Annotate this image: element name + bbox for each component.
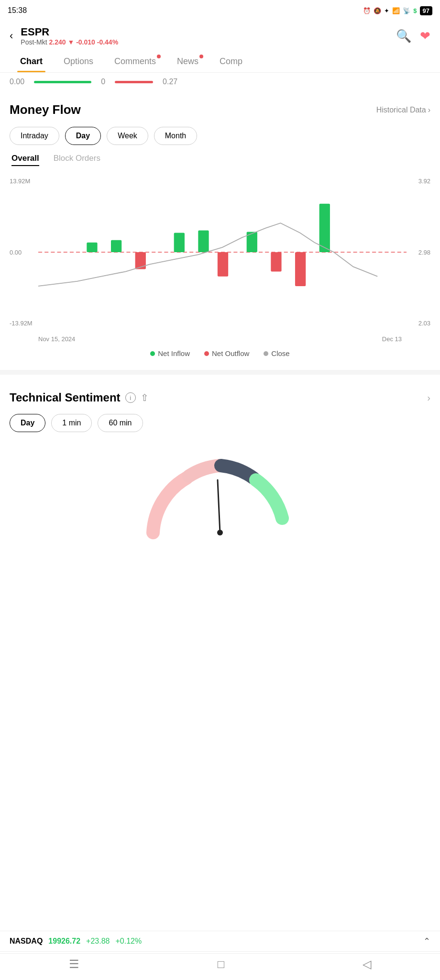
net-inflow-dot	[150, 351, 155, 356]
period-intraday[interactable]: Intraday	[10, 127, 59, 145]
svg-rect-4	[198, 230, 209, 252]
period-week[interactable]: Week	[107, 127, 148, 145]
tab-chart[interactable]: Chart	[10, 51, 53, 72]
favorite-icon[interactable]: ❤	[420, 29, 430, 44]
dollar-icon: $	[413, 7, 417, 14]
bottom-spacer	[0, 555, 440, 641]
gauge-svg	[143, 456, 297, 542]
chart-y-labels: 13.92M 0.00 -13.92M	[10, 176, 33, 329]
stock-price: 2.240 ▼ -0.010 -0.44%	[49, 38, 118, 46]
battery-indicator: 97	[420, 6, 432, 15]
technical-sentiment-header: Technical Sentiment i ⇧ ›	[10, 391, 430, 404]
menu-nav-icon[interactable]: ☰	[69, 958, 79, 971]
header-actions: 🔍 ❤	[396, 29, 430, 44]
stat-count: 0	[101, 78, 105, 86]
subtab-block-orders[interactable]: Block Orders	[54, 154, 100, 166]
money-flow-chart: 13.92M 0.00 -13.92M 3.92 2.98 2.03	[10, 176, 430, 329]
status-icons: ⏰ 🔕 ✦ 📶 📡 $ 97	[363, 6, 432, 15]
period-month[interactable]: Month	[154, 127, 197, 145]
bottom-ticker-bar: NASDAQ 19926.72 +23.88 +0.12% ⌃	[0, 931, 440, 951]
silent-icon: 🔕	[374, 7, 381, 14]
svg-rect-7	[135, 252, 146, 269]
period-day[interactable]: Day	[65, 127, 101, 145]
news-badge	[199, 55, 203, 58]
market-subtitle: Post-Mkt 2.240 ▼ -0.010 -0.44%	[21, 38, 388, 46]
tech-period-day[interactable]: Day	[10, 414, 45, 432]
legend-net-inflow: Net Inflow	[150, 349, 190, 357]
svg-rect-10	[295, 252, 306, 286]
tech-sentiment-title: Technical Sentiment	[10, 391, 121, 404]
tab-news[interactable]: News	[166, 51, 209, 72]
info-icon[interactable]: i	[125, 392, 136, 403]
tech-period-60min[interactable]: 60 min	[98, 414, 143, 432]
close-label: Close	[271, 349, 289, 357]
net-outflow-label: Net Outflow	[212, 349, 249, 357]
gauge-container	[10, 446, 430, 547]
search-icon[interactable]: 🔍	[396, 29, 411, 44]
tech-title-row: Technical Sentiment i ⇧	[10, 391, 149, 404]
technical-sentiment-section: Technical Sentiment i ⇧ › Day 1 min 60 m…	[0, 379, 440, 555]
signal-icon: 📡	[403, 7, 410, 14]
stats-bar: 0.00 0 0.27	[0, 73, 440, 91]
alarm-icon: ⏰	[363, 7, 371, 14]
stock-info: ESPR Post-Mkt 2.240 ▼ -0.010 -0.44%	[21, 26, 388, 46]
stat-value-2: 0.27	[163, 78, 177, 86]
navigation-bar: ☰ □ ◁	[0, 953, 440, 980]
share-icon[interactable]: ⇧	[141, 392, 149, 403]
net-outflow-dot	[204, 351, 209, 356]
svg-line-11	[218, 480, 220, 533]
ticker-symbol: ESPR	[21, 26, 388, 38]
chart-x-labels: Nov 15, 2024 Dec 13	[10, 334, 430, 345]
collapse-button[interactable]: ⌃	[423, 936, 430, 947]
tab-comp[interactable]: Comp	[209, 51, 253, 72]
net-inflow-label: Net Inflow	[158, 349, 190, 357]
nasdaq-price: 19926.72	[48, 937, 80, 946]
chart-svg	[10, 176, 430, 329]
tab-comments[interactable]: Comments	[104, 51, 166, 72]
nasdaq-info: NASDAQ 19926.72 +23.88 +0.12%	[10, 937, 142, 946]
svg-rect-2	[111, 240, 121, 252]
stat-bar-green	[34, 81, 91, 83]
money-flow-section: Money Flow Historical Data › Intraday Da…	[0, 91, 440, 365]
sentiment-gauge	[143, 456, 297, 542]
x-label-end: Dec 13	[382, 335, 402, 343]
svg-rect-9	[271, 252, 281, 272]
back-button[interactable]: ‹	[10, 30, 13, 42]
chart-legend: Net Inflow Net Outflow Close	[10, 349, 430, 357]
close-dot	[264, 351, 268, 356]
chart-y-right-labels: 3.92 2.98 2.03	[418, 176, 430, 329]
period-buttons: Intraday Day Week Month	[10, 127, 430, 145]
home-nav-icon[interactable]: □	[218, 958, 225, 971]
svg-rect-8	[218, 252, 228, 277]
bluetooth-icon: ✦	[384, 7, 389, 14]
money-flow-title: Money Flow	[10, 102, 81, 117]
nasdaq-change-pct: +0.12%	[115, 937, 142, 946]
section-divider	[0, 370, 440, 375]
svg-rect-1	[87, 243, 97, 252]
tab-options[interactable]: Options	[53, 51, 104, 72]
status-bar: 15:38 ⏰ 🔕 ✦ 📶 📡 $ 97	[0, 0, 440, 21]
legend-net-outflow: Net Outflow	[204, 349, 249, 357]
historical-data-link[interactable]: Historical Data ›	[376, 106, 430, 114]
subtab-overall[interactable]: Overall	[11, 154, 39, 166]
svg-rect-3	[174, 233, 185, 252]
comments-badge	[157, 55, 161, 58]
nasdaq-change: +23.88	[86, 937, 110, 946]
x-label-start: Nov 15, 2024	[38, 335, 75, 343]
expand-icon[interactable]: ›	[427, 392, 430, 403]
money-flow-header: Money Flow Historical Data ›	[10, 102, 430, 117]
stat-bar-red	[115, 81, 153, 83]
market-label: Post-Mkt	[21, 38, 47, 46]
tech-period-1min[interactable]: 1 min	[51, 414, 92, 432]
wifi-icon: 📶	[392, 7, 400, 14]
stat-value-1: 0.00	[10, 78, 24, 86]
tech-period-buttons: Day 1 min 60 min	[10, 414, 430, 432]
legend-close: Close	[264, 349, 289, 357]
exchange-label: NASDAQ	[10, 937, 43, 946]
svg-rect-6	[319, 204, 330, 252]
sub-tabs: Overall Block Orders	[10, 154, 430, 166]
header: ‹ ESPR Post-Mkt 2.240 ▼ -0.010 -0.44% 🔍 …	[0, 21, 440, 51]
status-time: 15:38	[8, 6, 27, 15]
back-nav-icon[interactable]: ◁	[363, 958, 371, 971]
navigation-tabs: Chart Options Comments News Comp	[0, 51, 440, 73]
